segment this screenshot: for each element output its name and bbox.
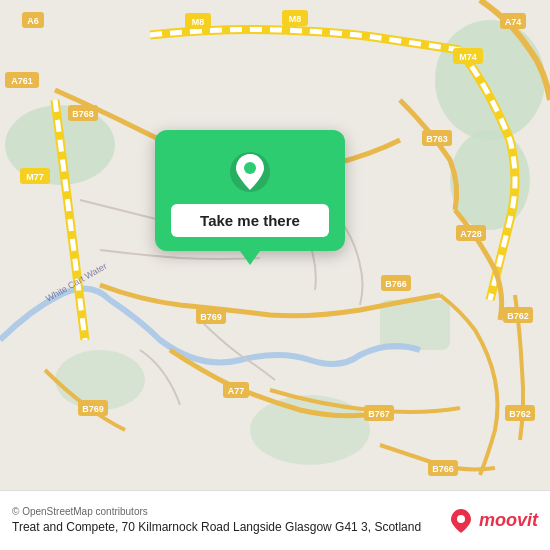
svg-text:M77: M77	[26, 172, 44, 182]
svg-text:B762: B762	[509, 409, 531, 419]
svg-rect-4	[380, 300, 450, 350]
svg-text:B768: B768	[72, 109, 94, 119]
moovit-brand-icon	[447, 507, 475, 535]
copyright-text: © OpenStreetMap contributors	[12, 506, 447, 517]
svg-point-2	[435, 20, 545, 140]
map-container: A6 M8 M8 M74 A74 A761 B768 B768 B763 M77…	[0, 0, 550, 490]
svg-text:B769: B769	[82, 404, 104, 414]
svg-text:B766: B766	[432, 464, 454, 474]
svg-point-48	[457, 515, 465, 523]
svg-text:M74: M74	[459, 52, 477, 62]
location-pin-icon	[228, 150, 272, 194]
take-me-there-button[interactable]: Take me there	[171, 204, 329, 237]
svg-text:B766: B766	[385, 279, 407, 289]
svg-text:M8: M8	[192, 17, 205, 27]
address-text: Treat and Compete, 70 Kilmarnock Road La…	[12, 519, 447, 536]
svg-text:M8: M8	[289, 14, 302, 24]
svg-text:B767: B767	[368, 409, 390, 419]
moovit-logo: moovit	[447, 507, 538, 535]
moovit-label: moovit	[479, 510, 538, 531]
svg-text:A761: A761	[11, 76, 33, 86]
footer-left: © OpenStreetMap contributors Treat and C…	[12, 506, 447, 536]
svg-text:B769: B769	[200, 312, 222, 322]
popup-card: Take me there	[155, 130, 345, 251]
svg-point-6	[250, 395, 370, 465]
svg-text:B763: B763	[426, 134, 448, 144]
footer: © OpenStreetMap contributors Treat and C…	[0, 490, 550, 550]
svg-text:A6: A6	[27, 16, 39, 26]
svg-text:A77: A77	[228, 386, 245, 396]
svg-text:A728: A728	[460, 229, 482, 239]
svg-text:B762: B762	[507, 311, 529, 321]
svg-point-47	[244, 162, 256, 174]
svg-text:A74: A74	[505, 17, 522, 27]
